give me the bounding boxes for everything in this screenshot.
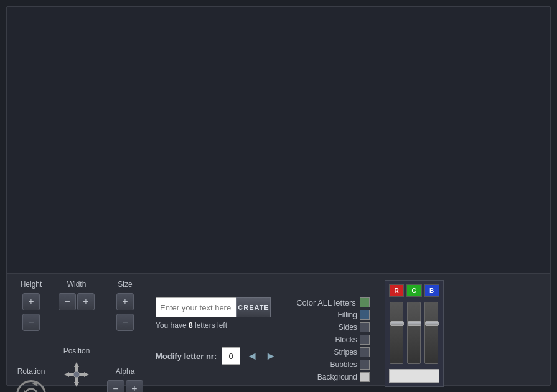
height-label: Height (21, 280, 42, 289)
svg-marker-1 (74, 362, 79, 367)
rotation-icon[interactable] (16, 380, 46, 392)
position-label: Position (63, 347, 90, 355)
position-icon[interactable] (62, 360, 91, 390)
blue-slider-thumb[interactable] (425, 321, 439, 326)
rotation-svg (21, 385, 41, 392)
controls-panel: Height + − Rotation Width − + (7, 273, 550, 385)
letters-left-prefix: You have (156, 321, 189, 330)
size-control: Size + − Alpha − + (107, 280, 143, 392)
svg-point-7 (73, 371, 80, 378)
create-button[interactable]: CREATE (236, 297, 271, 317)
letters-left: You have 8 letters left (156, 321, 278, 330)
width-control: Width − + Position (59, 280, 95, 390)
modify-row: Modify letter nr: 0 ◄ ► (156, 347, 278, 365)
bubbles-row: Bubbles (296, 360, 370, 370)
alpha-label: Alpha (116, 367, 135, 376)
red-slider-thumb[interactable] (390, 321, 404, 326)
green-btn[interactable]: G (406, 284, 421, 297)
green-slider-track[interactable] (407, 302, 421, 364)
green-slider-thumb[interactable] (408, 321, 421, 326)
stripes-row: Stripes (296, 347, 370, 357)
stripes-swatch[interactable] (360, 347, 370, 357)
blocks-label: Blocks (323, 335, 357, 344)
background-label: Background (317, 373, 357, 381)
size-btn-pair: + (116, 293, 134, 310)
filling-swatch[interactable] (360, 310, 370, 320)
letters-left-count: 8 (189, 321, 193, 330)
bubbles-swatch[interactable] (360, 360, 370, 370)
height-control: Height + − Rotation (16, 280, 46, 392)
blue-slider-track[interactable] (424, 302, 438, 364)
color-section: Color ALL letters Filling Sides Blocks S… (296, 297, 370, 382)
text-input[interactable] (156, 297, 236, 317)
height-plus-btn[interactable]: + (22, 293, 40, 310)
size-plus-btn[interactable]: + (116, 293, 134, 310)
height-minus-btn[interactable]: − (22, 314, 40, 331)
blocks-swatch[interactable] (360, 335, 370, 345)
color-all-swatch[interactable] (360, 297, 370, 307)
filling-row: Filling (296, 310, 370, 320)
width-plus-btn[interactable]: + (77, 293, 95, 310)
width-btn-pair: − + (59, 293, 95, 310)
svg-marker-2 (74, 382, 79, 387)
sides-swatch[interactable] (360, 322, 370, 332)
sides-label: Sides (323, 323, 357, 332)
size-minus-btn[interactable]: − (116, 314, 134, 331)
background-row: Background (296, 372, 370, 382)
rgb-row: R G B (389, 284, 439, 297)
color-preview (389, 369, 439, 383)
red-slider-track[interactable] (390, 302, 403, 364)
prev-letter-btn[interactable]: ◄ (245, 348, 259, 364)
width-minus-btn[interactable]: − (59, 293, 76, 310)
background-swatch[interactable] (360, 372, 370, 382)
letters-left-suffix: letters left (193, 321, 227, 330)
svg-marker-3 (64, 372, 69, 377)
alpha-plus-btn[interactable]: + (126, 380, 143, 392)
blue-btn[interactable]: B (424, 284, 439, 297)
next-letter-btn[interactable]: ► (264, 348, 278, 364)
letter-nr-box: 0 (222, 347, 240, 365)
text-input-row: CREATE (156, 297, 278, 317)
width-label: Width (67, 280, 87, 289)
stripes-label: Stripes (323, 348, 357, 357)
color-all-row: Color ALL letters (296, 297, 370, 307)
alpha-btn-pair: − + (107, 380, 143, 392)
modify-label: Modify letter nr: (156, 352, 217, 361)
svg-marker-4 (84, 372, 89, 377)
alpha-minus-btn[interactable]: − (107, 380, 124, 392)
height-minus-pair: − (22, 314, 40, 331)
sliders-row (389, 302, 439, 364)
red-btn[interactable]: R (389, 284, 404, 297)
bubbles-label: Bubbles (323, 360, 357, 369)
blocks-row: Blocks (296, 335, 370, 345)
sides-row: Sides (296, 322, 370, 332)
height-btn-pair: + (22, 293, 40, 310)
size-label: Size (118, 280, 132, 289)
color-all-label: Color ALL letters (296, 298, 356, 307)
letter-nr-value: 0 (229, 352, 233, 361)
filling-label: Filling (323, 310, 357, 319)
size-minus-pair: − (116, 314, 134, 331)
text-section: CREATE You have 8 letters left Modify le… (156, 297, 278, 365)
sliders-panel: R G B (385, 280, 444, 387)
canvas-area: Height + − Rotation Width − + (6, 6, 551, 386)
rotation-label: Rotation (17, 367, 45, 376)
